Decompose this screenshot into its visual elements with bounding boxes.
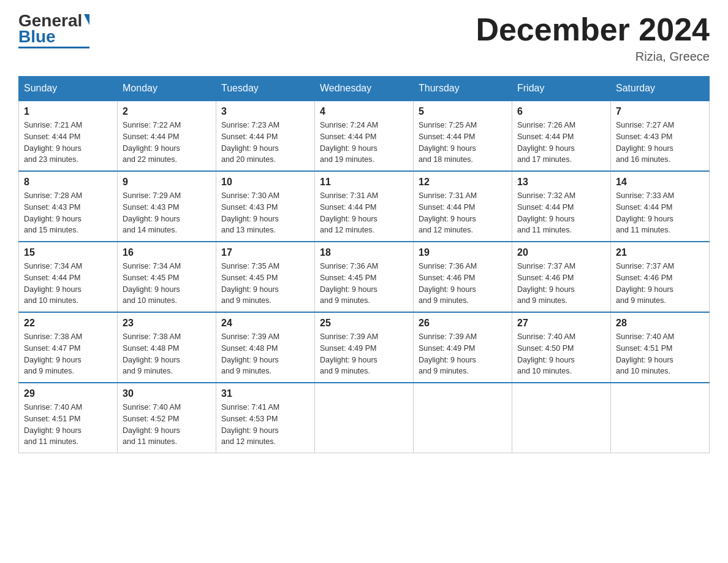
day-number: 2: [123, 106, 211, 117]
weekday-header-tuesday: Tuesday: [216, 77, 315, 101]
logo-blue-text: Blue: [18, 28, 56, 45]
day-number: 13: [517, 177, 605, 188]
day-number: 19: [419, 247, 507, 258]
location: Rizia, Greece: [476, 50, 710, 64]
day-number: 25: [320, 318, 408, 329]
weekday-header-friday: Friday: [512, 77, 611, 101]
day-info: Sunrise: 7:39 AM Sunset: 4:49 PM Dayligh…: [320, 331, 408, 377]
day-info: Sunrise: 7:40 AM Sunset: 4:51 PM Dayligh…: [616, 331, 704, 377]
day-info: Sunrise: 7:33 AM Sunset: 4:44 PM Dayligh…: [616, 190, 704, 236]
weekday-header-wednesday: Wednesday: [315, 77, 414, 101]
day-number: 11: [320, 177, 408, 188]
calendar-week-row: 15 Sunrise: 7:34 AM Sunset: 4:44 PM Dayl…: [19, 242, 710, 312]
weekday-header-saturday: Saturday: [611, 77, 710, 101]
calendar-cell: 14 Sunrise: 7:33 AM Sunset: 4:44 PM Dayl…: [611, 171, 710, 242]
day-info: Sunrise: 7:32 AM Sunset: 4:44 PM Dayligh…: [517, 190, 605, 236]
day-number: 14: [616, 177, 704, 188]
calendar-cell: 13 Sunrise: 7:32 AM Sunset: 4:44 PM Dayl…: [512, 171, 611, 242]
calendar-cell: [315, 383, 414, 453]
day-info: Sunrise: 7:28 AM Sunset: 4:43 PM Dayligh…: [24, 190, 112, 236]
calendar-cell: 2 Sunrise: 7:22 AM Sunset: 4:44 PM Dayli…: [118, 101, 216, 171]
day-number: 9: [123, 177, 211, 188]
calendar-cell: 31 Sunrise: 7:41 AM Sunset: 4:53 PM Dayl…: [216, 383, 315, 453]
calendar-week-row: 29 Sunrise: 7:40 AM Sunset: 4:51 PM Dayl…: [19, 383, 710, 453]
calendar-cell: 4 Sunrise: 7:24 AM Sunset: 4:44 PM Dayli…: [315, 101, 414, 171]
calendar-cell: 18 Sunrise: 7:36 AM Sunset: 4:45 PM Dayl…: [315, 242, 414, 312]
day-info: Sunrise: 7:30 AM Sunset: 4:43 PM Dayligh…: [221, 190, 309, 236]
day-info: Sunrise: 7:35 AM Sunset: 4:45 PM Dayligh…: [221, 261, 309, 307]
title-section: December 2024 Rizia, Greece: [476, 12, 710, 64]
calendar-cell: 17 Sunrise: 7:35 AM Sunset: 4:45 PM Dayl…: [216, 242, 315, 312]
day-info: Sunrise: 7:39 AM Sunset: 4:48 PM Dayligh…: [221, 331, 309, 377]
day-number: 29: [24, 388, 112, 399]
calendar-cell: 6 Sunrise: 7:26 AM Sunset: 4:44 PM Dayli…: [512, 101, 611, 171]
calendar-cell: [414, 383, 512, 453]
calendar-cell: 29 Sunrise: 7:40 AM Sunset: 4:51 PM Dayl…: [19, 383, 118, 453]
day-info: Sunrise: 7:31 AM Sunset: 4:44 PM Dayligh…: [320, 190, 408, 236]
calendar-cell: 12 Sunrise: 7:31 AM Sunset: 4:44 PM Dayl…: [414, 171, 512, 242]
calendar-cell: 11 Sunrise: 7:31 AM Sunset: 4:44 PM Dayl…: [315, 171, 414, 242]
calendar-cell: 22 Sunrise: 7:38 AM Sunset: 4:47 PM Dayl…: [19, 312, 118, 383]
day-number: 4: [320, 106, 408, 117]
day-number: 26: [419, 318, 507, 329]
day-number: 10: [221, 177, 309, 188]
day-info: Sunrise: 7:36 AM Sunset: 4:46 PM Dayligh…: [419, 261, 507, 307]
day-number: 18: [320, 247, 408, 258]
calendar-cell: 20 Sunrise: 7:37 AM Sunset: 4:46 PM Dayl…: [512, 242, 611, 312]
day-number: 22: [24, 318, 112, 329]
day-info: Sunrise: 7:40 AM Sunset: 4:52 PM Dayligh…: [123, 402, 211, 448]
day-info: Sunrise: 7:34 AM Sunset: 4:44 PM Dayligh…: [24, 261, 112, 307]
calendar-cell: 21 Sunrise: 7:37 AM Sunset: 4:46 PM Dayl…: [611, 242, 710, 312]
calendar-cell: [611, 383, 710, 453]
calendar-cell: 16 Sunrise: 7:34 AM Sunset: 4:45 PM Dayl…: [118, 242, 216, 312]
day-number: 31: [221, 388, 309, 399]
day-number: 23: [123, 318, 211, 329]
day-number: 21: [616, 247, 704, 258]
calendar-cell: 25 Sunrise: 7:39 AM Sunset: 4:49 PM Dayl…: [315, 312, 414, 383]
day-number: 28: [616, 318, 704, 329]
calendar-cell: 9 Sunrise: 7:29 AM Sunset: 4:43 PM Dayli…: [118, 171, 216, 242]
day-number: 12: [419, 177, 507, 188]
calendar-header-row: SundayMondayTuesdayWednesdayThursdayFrid…: [19, 77, 710, 101]
day-number: 5: [419, 106, 507, 117]
calendar-cell: 30 Sunrise: 7:40 AM Sunset: 4:52 PM Dayl…: [118, 383, 216, 453]
day-info: Sunrise: 7:23 AM Sunset: 4:44 PM Dayligh…: [221, 120, 309, 166]
day-info: Sunrise: 7:37 AM Sunset: 4:46 PM Dayligh…: [517, 261, 605, 307]
day-info: Sunrise: 7:29 AM Sunset: 4:43 PM Dayligh…: [123, 190, 211, 236]
day-number: 3: [221, 106, 309, 117]
weekday-header-monday: Monday: [118, 77, 216, 101]
day-info: Sunrise: 7:21 AM Sunset: 4:44 PM Dayligh…: [24, 120, 112, 166]
day-number: 1: [24, 106, 112, 117]
day-number: 16: [123, 247, 211, 258]
day-info: Sunrise: 7:25 AM Sunset: 4:44 PM Dayligh…: [419, 120, 507, 166]
calendar-cell: 1 Sunrise: 7:21 AM Sunset: 4:44 PM Dayli…: [19, 101, 118, 171]
calendar-week-row: 8 Sunrise: 7:28 AM Sunset: 4:43 PM Dayli…: [19, 171, 710, 242]
day-info: Sunrise: 7:37 AM Sunset: 4:46 PM Dayligh…: [616, 261, 704, 307]
day-number: 7: [616, 106, 704, 117]
day-info: Sunrise: 7:36 AM Sunset: 4:45 PM Dayligh…: [320, 261, 408, 307]
day-info: Sunrise: 7:38 AM Sunset: 4:48 PM Dayligh…: [123, 331, 211, 377]
calendar-cell: [512, 383, 611, 453]
day-info: Sunrise: 7:27 AM Sunset: 4:43 PM Dayligh…: [616, 120, 704, 166]
day-info: Sunrise: 7:40 AM Sunset: 4:50 PM Dayligh…: [517, 331, 605, 377]
day-number: 8: [24, 177, 112, 188]
day-info: Sunrise: 7:39 AM Sunset: 4:49 PM Dayligh…: [419, 331, 507, 377]
calendar-cell: 7 Sunrise: 7:27 AM Sunset: 4:43 PM Dayli…: [611, 101, 710, 171]
calendar-cell: 26 Sunrise: 7:39 AM Sunset: 4:49 PM Dayl…: [414, 312, 512, 383]
calendar-cell: 15 Sunrise: 7:34 AM Sunset: 4:44 PM Dayl…: [19, 242, 118, 312]
day-info: Sunrise: 7:26 AM Sunset: 4:44 PM Dayligh…: [517, 120, 605, 166]
weekday-header-sunday: Sunday: [19, 77, 118, 101]
calendar-cell: 5 Sunrise: 7:25 AM Sunset: 4:44 PM Dayli…: [414, 101, 512, 171]
day-number: 20: [517, 247, 605, 258]
logo: General Blue: [18, 12, 89, 48]
calendar-cell: 27 Sunrise: 7:40 AM Sunset: 4:50 PM Dayl…: [512, 312, 611, 383]
day-number: 6: [517, 106, 605, 117]
calendar-week-row: 1 Sunrise: 7:21 AM Sunset: 4:44 PM Dayli…: [19, 101, 710, 171]
day-number: 27: [517, 318, 605, 329]
logo-underline: [18, 47, 89, 48]
calendar-cell: 24 Sunrise: 7:39 AM Sunset: 4:48 PM Dayl…: [216, 312, 315, 383]
calendar-cell: 23 Sunrise: 7:38 AM Sunset: 4:48 PM Dayl…: [118, 312, 216, 383]
month-title: December 2024: [476, 12, 710, 47]
calendar-week-row: 22 Sunrise: 7:38 AM Sunset: 4:47 PM Dayl…: [19, 312, 710, 383]
day-info: Sunrise: 7:40 AM Sunset: 4:51 PM Dayligh…: [24, 402, 112, 448]
